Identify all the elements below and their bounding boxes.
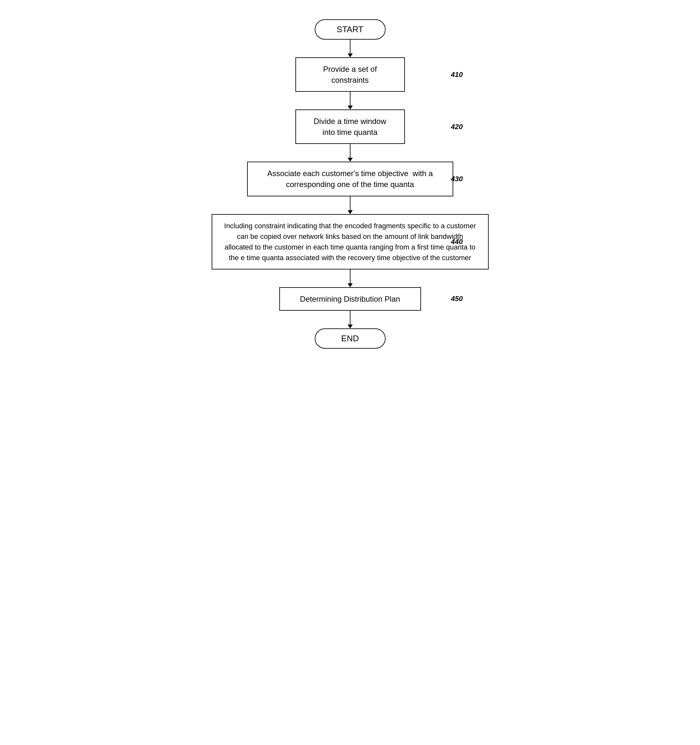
arrow-line-2 [350, 92, 351, 106]
arrow-4 [348, 196, 353, 214]
node-410: Provide a set ofconstraints [295, 57, 405, 92]
node-420: Divide a time windowinto time quanta [295, 109, 405, 144]
node-440: Including constraint indicating that the… [211, 214, 489, 269]
arrow-6 [348, 311, 353, 328]
arrow-3 [348, 144, 353, 162]
node-430-wrapper: Associate each customer's time objective… [211, 162, 489, 196]
node-450-label: 450 [451, 295, 463, 303]
arrow-head-1 [348, 54, 353, 57]
arrow-line-3 [350, 144, 351, 158]
arrow-line-6 [350, 311, 351, 325]
node-420-wrapper: Divide a time windowinto time quanta 420 [211, 109, 489, 144]
end-node: END [315, 328, 385, 349]
node-410-wrapper: Provide a set ofconstraints 410 [211, 57, 489, 92]
end-node-wrapper: END [211, 328, 489, 349]
arrow-line-5 [350, 269, 351, 283]
arrow-line-4 [350, 196, 351, 210]
arrow-2 [348, 92, 353, 109]
node-450: Determining Distribution Plan [279, 287, 421, 311]
node-430-label: 430 [451, 175, 463, 183]
node-450-wrapper: Determining Distribution Plan 450 [211, 287, 489, 311]
node-440-label: 440 [451, 238, 463, 246]
node-440-wrapper: Including constraint indicating that the… [211, 214, 489, 269]
node-420-label: 420 [451, 123, 463, 131]
node-430: Associate each customer's time objective… [247, 162, 453, 196]
start-node-wrapper: START [211, 19, 489, 40]
start-node: START [315, 19, 385, 40]
node-410-label: 410 [451, 70, 463, 79]
arrow-head-3 [348, 158, 353, 162]
arrow-1 [348, 40, 353, 57]
flowchart: START Provide a set ofconstraints 410 Di… [205, 6, 495, 362]
arrow-line-1 [350, 40, 351, 54]
arrow-head-5 [348, 283, 353, 287]
arrow-head-2 [348, 106, 353, 109]
arrow-head-6 [348, 325, 353, 328]
arrow-5 [348, 269, 353, 287]
arrow-head-4 [348, 210, 353, 214]
